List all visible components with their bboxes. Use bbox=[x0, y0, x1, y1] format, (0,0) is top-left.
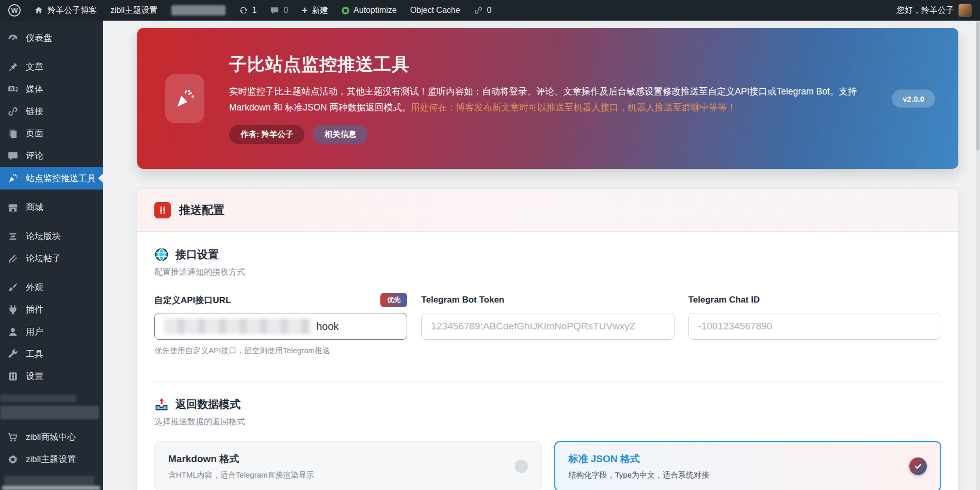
bot-token-input[interactable] bbox=[421, 313, 674, 340]
paintbrush-icon bbox=[7, 282, 19, 293]
sidebar-item-zibll-shop-center[interactable]: zibll商城中心 bbox=[0, 426, 103, 448]
outbox-icon bbox=[154, 397, 169, 412]
redacted-url-value bbox=[164, 319, 311, 334]
option-subtitle: 结构化字段，Type为中文，适合系统对接 bbox=[569, 470, 710, 480]
sidebar-item-settings[interactable]: 设置 bbox=[0, 365, 103, 387]
updates-link[interactable]: 1 bbox=[239, 6, 257, 15]
chat-id-input[interactable] bbox=[688, 313, 941, 340]
menu-separator bbox=[0, 270, 103, 276]
push-config-card: 推送配置 接口设置 配置推送通知的接收方式 自定义API接口URL 优先 bbox=[137, 189, 958, 490]
party-popper-icon bbox=[7, 172, 19, 184]
menu-separator bbox=[0, 49, 103, 56]
active-item-arrow bbox=[98, 173, 103, 183]
gear-icon bbox=[7, 454, 19, 465]
redacted-menu-item bbox=[0, 406, 99, 419]
api-url-help: 优先使用自定义API接口，留空则使用Telegram推送 bbox=[154, 346, 407, 356]
globe-icon bbox=[154, 247, 169, 262]
author-badge: 作者: 羚羊公子 bbox=[229, 125, 304, 144]
plugin-banner: 子比站点监控推送工具 实时监控子比主题站点活动，其他主题没有测试！监听内容如：自… bbox=[137, 28, 958, 169]
option-title: Markdown 格式 bbox=[168, 452, 314, 466]
priority-badge: 优先 bbox=[380, 293, 407, 307]
sidebar-item-media[interactable]: 媒体 bbox=[0, 78, 103, 100]
scrollbar[interactable] bbox=[976, 21, 980, 490]
new-content-link[interactable]: + 新建 bbox=[301, 5, 328, 16]
redacted-menu-item bbox=[0, 394, 76, 402]
wordpress-menu[interactable]: W bbox=[8, 4, 21, 17]
plugin-icon-box bbox=[165, 74, 204, 123]
section-divider bbox=[154, 381, 941, 382]
user-icon bbox=[7, 326, 19, 338]
pencil-strokes-icon bbox=[7, 253, 19, 264]
comments-count: 0 bbox=[283, 6, 288, 15]
comments-link[interactable]: 0 bbox=[270, 6, 288, 15]
sidebar-item-pages[interactable]: 页面 bbox=[0, 122, 103, 145]
url-visible-suffix: hook bbox=[316, 321, 339, 333]
push-config-header: 推送配置 bbox=[137, 189, 958, 232]
dashboard-icon bbox=[7, 33, 19, 44]
storefront-icon bbox=[7, 202, 19, 213]
main-content: 子比站点监控推送工具 实时监控子比主题站点活动，其他主题没有测试！监听内容如：自… bbox=[103, 21, 980, 490]
menu-separator bbox=[0, 419, 103, 426]
comment-icon bbox=[270, 6, 279, 15]
sidebar-item-plugins[interactable]: 插件 bbox=[0, 298, 103, 321]
admin-sidebar: 仪表盘 文章 媒体 链接 页面 评论 bbox=[0, 21, 103, 490]
wrench-icon bbox=[7, 349, 19, 360]
cart-icon bbox=[7, 432, 19, 443]
sidebar-item-zibll-theme-settings[interactable]: zibll主题设置 bbox=[0, 448, 103, 470]
option-markdown-format[interactable]: Markdown 格式 含HTML内容，适合Telegram直接渲染显示 bbox=[154, 441, 542, 490]
scrollbar-thumb[interactable] bbox=[976, 22, 979, 151]
update-icon bbox=[239, 6, 248, 15]
sidebar-item-site-monitor-tool[interactable]: 站点监控推送工具 bbox=[0, 167, 103, 189]
pin-icon bbox=[7, 61, 19, 73]
api-settings-subtitle: 配置推送通知的接收方式 bbox=[154, 267, 941, 278]
sidebar-item-users[interactable]: 用户 bbox=[0, 321, 103, 343]
media-icon bbox=[7, 84, 19, 95]
settings-sliders-icon bbox=[7, 371, 19, 382]
api-url-label: 自定义API接口URL bbox=[154, 294, 231, 306]
sidebar-item-posts[interactable]: 文章 bbox=[0, 56, 103, 78]
object-cache-link[interactable]: Object Cache bbox=[410, 6, 460, 15]
option-json-format[interactable]: 标准 JSON 格式 结构化字段，Type为中文，适合系统对接 bbox=[554, 441, 942, 490]
account-menu[interactable]: 您好，羚羊公子 bbox=[896, 4, 972, 17]
sidebar-item-appearance[interactable]: 外观 bbox=[0, 276, 103, 298]
updates-count: 1 bbox=[252, 6, 257, 15]
sidebar-item-forum-sections[interactable]: 论坛版块 bbox=[0, 225, 103, 247]
party-popper-icon bbox=[173, 87, 196, 110]
sidebar-item-dashboard[interactable]: 仪表盘 bbox=[0, 27, 103, 49]
plus-icon: + bbox=[301, 5, 308, 15]
sidebar-item-forum-posts[interactable]: 论坛帖子 bbox=[0, 247, 103, 270]
plugin-description: 实时监控子比主题站点活动，其他主题没有测试！监听内容如：自动将登录、评论、文章操… bbox=[229, 84, 860, 116]
sidebar-item-shop[interactable]: 商城 bbox=[0, 196, 103, 218]
radio-unselected-icon bbox=[515, 460, 528, 473]
autoptimize-link[interactable]: Autoptimize bbox=[342, 6, 397, 15]
plug-icon bbox=[7, 304, 19, 315]
sidebar-item-comments[interactable]: 评论 bbox=[0, 145, 103, 167]
sidebar-item-links[interactable]: 链接 bbox=[0, 100, 103, 122]
sidebar-item-tools[interactable]: 工具 bbox=[0, 343, 103, 365]
comments-icon bbox=[7, 150, 19, 162]
wordpress-logo-icon: W bbox=[8, 4, 21, 17]
links-counter[interactable]: 0 bbox=[474, 6, 492, 15]
link-icon bbox=[474, 6, 483, 15]
menu-separator bbox=[0, 189, 103, 196]
wordpress-admin-page: W 羚羊公子博客 zibll主题设置 1 0 + 新建 bbox=[0, 0, 980, 490]
chat-id-field: Telegram Chat ID bbox=[688, 293, 941, 363]
api-settings-title: 接口设置 bbox=[175, 247, 219, 262]
pages-icon bbox=[7, 128, 19, 139]
data-mode-subtitle: 选择推送数据的返回格式 bbox=[154, 417, 941, 428]
description-highlight: 用处何在：博客发布新文章时可以推送至机器人接口，机器人推送至群聊中等等！ bbox=[411, 102, 736, 113]
page-title: 子比站点监控推送工具 bbox=[229, 53, 860, 76]
theme-settings-link[interactable]: zibll主题设置 bbox=[110, 5, 158, 16]
version-badge: v2.0.0 bbox=[892, 89, 935, 107]
api-url-field: 自定义API接口URL 优先 hook 优先使用自定义API接口，留空则使用Te… bbox=[154, 293, 407, 363]
chain-icon bbox=[7, 106, 19, 117]
bot-token-field: Telegram Bot Token bbox=[421, 293, 674, 363]
data-mode-title: 返回数据模式 bbox=[175, 397, 240, 412]
site-link[interactable]: 羚羊公子博客 bbox=[34, 5, 97, 16]
api-url-input[interactable]: hook bbox=[154, 313, 407, 340]
bot-token-label: Telegram Bot Token bbox=[421, 295, 504, 305]
links-count: 0 bbox=[487, 6, 492, 15]
redacted-admin-item bbox=[171, 5, 226, 15]
menu-separator bbox=[0, 218, 103, 225]
related-info-button[interactable]: 相关信息 bbox=[313, 125, 367, 144]
